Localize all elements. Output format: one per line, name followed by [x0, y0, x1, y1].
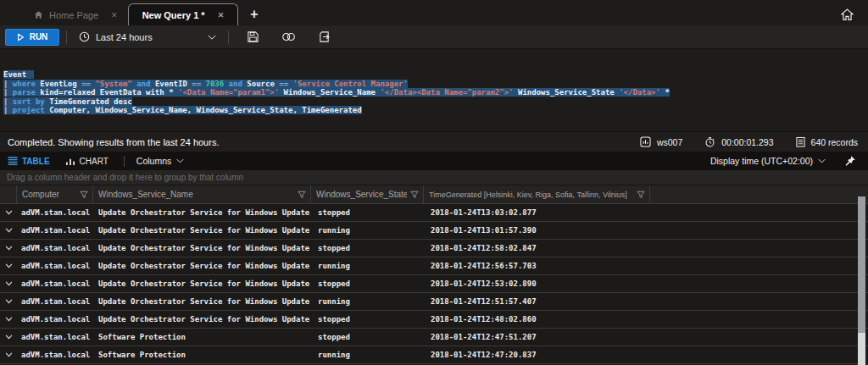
row-expand-button[interactable] — [0, 299, 17, 304]
stopwatch-icon — [704, 136, 715, 147]
table-row[interactable]: adVM.stan.local Update Orchestrator Serv… — [0, 311, 868, 329]
table-row[interactable]: adVM.stan.local Software Protection runn… — [0, 346, 868, 364]
chevron-down-icon — [5, 281, 13, 286]
save-button[interactable] — [236, 30, 270, 43]
row-expand-button[interactable] — [0, 263, 17, 268]
row-expand-button[interactable] — [0, 317, 17, 322]
row-expand-button[interactable] — [0, 228, 17, 233]
chevron-down-icon — [5, 335, 13, 340]
cell-computer: adVM.stan.local — [17, 351, 93, 359]
filter-icon[interactable] — [637, 191, 645, 199]
cell-service-state: running — [311, 226, 424, 235]
records-icon — [796, 136, 805, 147]
view-toolbar-divider — [124, 156, 125, 167]
cell-computer: adVM.stan.local — [17, 208, 93, 217]
query-editor[interactable]: Event| where EventLog == "System" and Ev… — [0, 49, 868, 132]
cell-service-name: Update Orchestrator Service for Windows … — [93, 297, 311, 306]
filter-icon[interactable] — [298, 191, 306, 199]
cell-service-state: stopped — [311, 333, 424, 341]
tab-home-page[interactable]: Home Page ✕ — [24, 4, 128, 25]
cell-service-name: Software Protection — [93, 333, 311, 341]
column-header-time-generated[interactable]: TimeGenerated [Helsinki, Kiev, Riga, Sof… — [424, 185, 650, 203]
table-row[interactable]: adVM.stan.local Update Orchestrator Serv… — [0, 240, 868, 257]
column-label: Computer — [22, 190, 76, 199]
cell-time-generated: 2018-01-24T12:58:02.847 — [424, 244, 650, 252]
cell-time-generated: 2018-01-24T13:01:57.390 — [424, 226, 650, 235]
cell-computer: adVM.stan.local — [17, 315, 93, 324]
tab-label: Home Page — [49, 10, 98, 20]
scrollbar-thumb-end[interactable] — [858, 333, 865, 365]
close-tab-icon[interactable]: ✕ — [218, 11, 225, 19]
record-count: 640 records — [796, 136, 858, 147]
cell-service-state: running — [311, 297, 424, 306]
chevron-down-icon — [5, 299, 13, 304]
row-expand-button[interactable] — [0, 210, 17, 215]
cell-time-generated: 2018-01-24T12:48:02.860 — [424, 315, 650, 324]
vertical-scrollbar[interactable] — [858, 195, 865, 365]
new-tab-button[interactable]: + — [238, 7, 270, 25]
cell-service-state: running — [311, 262, 424, 270]
scrollbar-thumb[interactable] — [858, 196, 865, 333]
row-expand-button[interactable] — [0, 335, 17, 340]
column-header-service-name[interactable]: Windows_Service_Name — [93, 185, 311, 203]
table-row[interactable]: adVM.stan.local Update Orchestrator Serv… — [0, 293, 868, 311]
chevron-down-icon — [176, 158, 184, 163]
results-grid: Drag a column header and drop it here to… — [0, 170, 868, 364]
cell-time-generated: 2018-01-24T12:53:02.890 — [424, 279, 650, 288]
workspace-name: ws007 — [657, 137, 682, 147]
expander-column-header — [0, 185, 17, 203]
filter-icon[interactable] — [80, 191, 88, 199]
chevron-down-icon — [5, 210, 13, 215]
table-row[interactable]: adVM.stan.local Update Orchestrator Serv… — [0, 222, 868, 240]
row-expand-button[interactable] — [0, 352, 17, 357]
copy-link-button[interactable] — [270, 31, 307, 42]
time-range-picker[interactable]: Last 24 hours — [74, 31, 221, 42]
toolbar-divider — [228, 30, 229, 44]
home-button[interactable] — [840, 8, 868, 25]
columns-dropdown[interactable]: Columns — [136, 156, 184, 166]
cell-computer: adVM.stan.local — [17, 244, 93, 252]
cell-service-state: stopped — [311, 315, 424, 324]
export-icon — [318, 30, 331, 43]
cell-time-generated: 2018-01-24T12:56:57.703 — [424, 262, 650, 270]
row-expand-button[interactable] — [0, 281, 17, 286]
tab-label: New Query 1 * — [142, 10, 205, 20]
column-header-service-state[interactable]: Windows_Service_State — [311, 185, 424, 203]
row-expand-button[interactable] — [0, 246, 17, 251]
chevron-down-icon — [818, 158, 826, 163]
home-icon — [840, 8, 854, 22]
pin-button[interactable] — [844, 155, 856, 167]
link-icon — [281, 31, 296, 42]
cell-service-name: Update Orchestrator Service for Windows … — [93, 262, 311, 270]
chevron-down-icon — [5, 317, 13, 322]
table-row[interactable]: adVM.stan.local Update Orchestrator Serv… — [0, 275, 868, 293]
table-row[interactable]: adVM.stan.local Update Orchestrator Serv… — [0, 204, 868, 222]
run-button[interactable]: RUN — [5, 29, 59, 46]
table-view-button[interactable]: TABLE — [8, 157, 50, 166]
column-label: Windows_Service_Name — [98, 190, 294, 199]
toolbar-divider — [66, 30, 67, 44]
table-row[interactable]: adVM.stan.local Software Protection stop… — [0, 329, 868, 346]
filter-icon[interactable] — [410, 191, 419, 199]
display-time-dropdown[interactable]: Display time (UTC+02:00) — [710, 156, 826, 166]
table-row[interactable]: adVM.stan.local Update Orchestrator Serv… — [0, 257, 868, 275]
chart-view-button[interactable]: CHART — [65, 157, 108, 166]
tab-new-query[interactable]: New Query 1 * ✕ — [128, 3, 239, 25]
run-label: RUN — [30, 32, 48, 41]
cell-service-state: running — [311, 351, 424, 359]
cell-time-generated: 2018-01-24T12:47:51.207 — [424, 333, 650, 341]
cell-time-generated: 2018-01-24T12:51:57.407 — [424, 297, 650, 306]
status-message: Completed. Showing results from the last… — [8, 137, 219, 147]
workspace-icon — [640, 136, 651, 147]
results-view-toolbar: TABLE CHART Columns Display time (UTC+02… — [0, 152, 868, 170]
table-view-label: TABLE — [22, 157, 50, 166]
column-header-computer[interactable]: Computer — [17, 185, 93, 203]
chart-view-label: CHART — [80, 157, 108, 166]
export-button[interactable] — [307, 30, 342, 43]
grid-header-row: Computer Windows_Service_Name Windows_Se… — [0, 185, 868, 204]
cell-computer: adVM.stan.local — [17, 333, 93, 341]
chevron-down-icon — [5, 246, 13, 251]
group-by-drop-zone[interactable]: Drag a column header and drop it here to… — [0, 170, 868, 185]
cell-computer: adVM.stan.local — [17, 297, 93, 306]
close-tab-icon[interactable]: ✕ — [111, 11, 118, 19]
